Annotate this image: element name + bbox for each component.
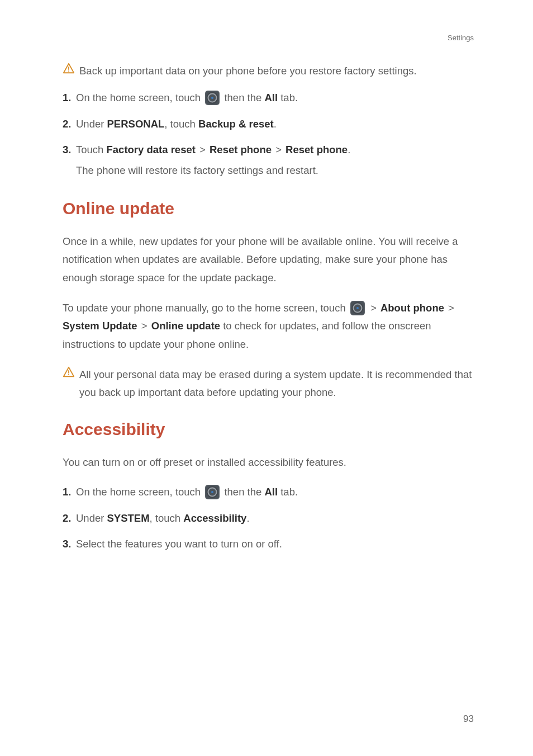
step-text: Touch xyxy=(76,144,107,155)
step-number: 1. xyxy=(63,484,71,500)
step-text: , touch xyxy=(164,118,198,130)
step-text: tab. xyxy=(278,92,298,103)
step-text: tab. xyxy=(278,486,298,498)
step-bold: All xyxy=(264,486,278,498)
step-text: . xyxy=(246,512,249,524)
breadcrumb-sep: > xyxy=(197,144,208,155)
p2-bold: Online update xyxy=(151,320,220,332)
accessibility-intro: You can turn on or off preset or install… xyxy=(63,453,474,471)
step-text: , touch xyxy=(150,512,184,524)
step-bold: Backup & reset xyxy=(198,118,274,130)
breadcrumb-sep: > xyxy=(273,144,284,155)
page-number: 93 xyxy=(463,714,474,725)
restore-step-3: 3. Touch Factory data reset > Reset phon… xyxy=(63,141,474,179)
step-text: On the home screen, touch xyxy=(76,92,203,103)
online-update-paragraph-2: To update your phone manually, go to the… xyxy=(63,299,474,353)
step-text: On the home screen, touch xyxy=(76,486,203,498)
warning-erase-update: All your personal data may be erased dur… xyxy=(63,366,474,401)
step-number: 1. xyxy=(63,89,71,106)
accessibility-steps: 1. On the home screen, touch then the Al… xyxy=(63,484,474,552)
breadcrumb-sep: > xyxy=(370,302,379,314)
step-number: 2. xyxy=(63,510,71,527)
step-text: . xyxy=(274,118,277,130)
step-subtext: The phone will restore its factory setti… xyxy=(76,162,474,179)
warning-icon xyxy=(63,62,75,74)
accessibility-step-3: 3. Select the features you want to turn … xyxy=(63,536,474,552)
settings-icon xyxy=(205,485,220,499)
p2-text: To update your phone manually, go to the… xyxy=(63,302,349,314)
header-section-label: Settings xyxy=(63,34,474,42)
restore-step-2: 2. Under PERSONAL, touch Backup & reset. xyxy=(63,116,474,133)
warning-text: All your personal data may be erased dur… xyxy=(79,366,474,401)
step-text: . xyxy=(348,144,350,155)
step-bold: Reset phone xyxy=(210,144,272,155)
warning-backup-restore: Back up important data on your phone bef… xyxy=(63,62,474,79)
step-bold: Reset phone xyxy=(285,144,348,155)
step-bold: Factory data reset xyxy=(107,144,196,155)
step-text: Under xyxy=(76,512,107,524)
step-bold: Accessibility xyxy=(183,512,246,524)
step-number: 3. xyxy=(63,141,71,158)
accessibility-step-1: 1. On the home screen, touch then the Al… xyxy=(63,484,474,501)
svg-rect-0 xyxy=(68,67,69,70)
restore-step-1: 1. On the home screen, touch then the Al… xyxy=(63,89,474,107)
breadcrumb-sep: > xyxy=(445,302,454,314)
page-content: Settings Back up important data on your … xyxy=(0,0,533,552)
svg-rect-3 xyxy=(68,374,69,375)
p2-bold: System Update xyxy=(63,320,137,332)
svg-rect-1 xyxy=(68,70,69,72)
p2-bold: About phone xyxy=(380,302,444,314)
settings-icon xyxy=(205,91,220,105)
step-text: then the xyxy=(224,92,264,103)
warning-text: Back up important data on your phone bef… xyxy=(79,62,474,79)
step-number: 2. xyxy=(63,116,71,133)
step-bold: SYSTEM xyxy=(107,512,150,524)
settings-icon xyxy=(350,301,365,315)
accessibility-step-2: 2. Under SYSTEM, touch Accessibility. xyxy=(63,510,474,527)
warning-icon xyxy=(63,366,75,378)
svg-rect-2 xyxy=(68,370,69,374)
online-update-paragraph-1: Once in a while, new updates for your ph… xyxy=(63,233,474,287)
section-heading-accessibility: Accessibility xyxy=(63,420,474,439)
breadcrumb-sep: > xyxy=(139,320,150,332)
step-text: then the xyxy=(224,486,264,498)
section-heading-online-update: Online update xyxy=(63,199,474,218)
restore-steps: 1. On the home screen, touch then the Al… xyxy=(63,89,474,178)
step-text: Select the features you want to turn on … xyxy=(76,538,282,550)
step-number: 3. xyxy=(63,536,71,552)
step-bold: All xyxy=(264,92,278,103)
step-bold: PERSONAL xyxy=(107,118,165,130)
step-text: Under xyxy=(76,118,107,130)
